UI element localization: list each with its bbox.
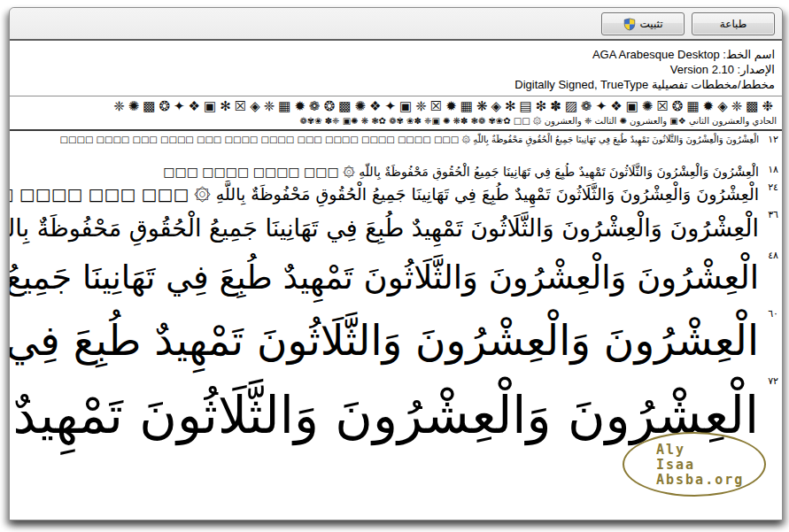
font-version-line: الإصدار: Version 2.10 (17, 62, 775, 77)
size-label-60: ٦٠ (768, 308, 778, 320)
glyph-strip-line1: ❉▩❈◈✹▦❂☒✺▣❖✦❁▨✽❇▤✻◈❋▦✹☒❈▣✦❖✺▩❂❁✹▦❈◈☒✻▣❖✦… (15, 97, 777, 115)
font-preview-pane: اسم الخط: AGA Arabesque Desktop الإصدار:… (10, 42, 782, 520)
toolbar: طباعة تثبيت (10, 8, 782, 41)
watermark-line2: Isaa (656, 458, 764, 473)
sample-row-12: ١٢ الْعِشْرُونَ وَالْعِشْرُونَ وَالثَّلَ… (10, 133, 782, 163)
sample-text-24: الْعِشْرُونَ وَالْعِشْرُونَ وَالثَّلَاثُ… (216, 184, 759, 204)
font-name-line: اسم الخط: AGA Arabesque Desktop (17, 47, 775, 62)
size-label-72: ٧٢ (768, 375, 778, 387)
sample-text-12: الْعِشْرُونَ وَالْعِشْرُونَ وَالثَّلَاثُ… (473, 135, 759, 144)
sample-row-36: ٣٦ الْعِشْرُونَ وَالْعِشْرُونَ وَالثَّلَ… (10, 208, 782, 249)
print-button-label: طباعة (720, 18, 746, 30)
watermark-stamp: Aly Isaa Absba.org (623, 432, 766, 497)
install-button[interactable]: تثبيت (601, 12, 685, 35)
watermark-line1: Aly (656, 443, 764, 458)
font-metadata: اسم الخط: AGA Arabesque Desktop الإصدار:… (10, 42, 782, 96)
size-label-48: ٤٨ (768, 250, 778, 261)
glyph-sample-strip: ❉▩❈◈✹▦❂☒✺▣❖✦❁▨✽❇▤✻◈❋▦✹☒❈▣✦❖✺▩❂❁✹▦❈◈☒✻▣❖✦… (10, 96, 782, 131)
uac-shield-icon (623, 18, 636, 31)
watermark-line3: Absba.org (656, 473, 764, 488)
sample-text-18: الْعِشْرُونَ وَالْعِشْرُونَ وَالثَّلَاثُ… (359, 165, 759, 179)
notdef-boxes-24: ۞ □□□ □□□ □□□□ □□□□ (10, 184, 211, 204)
sample-row-60: ٦٠ الْعِشْرُونَ وَالْعِشْرُونَ وَالثَّلَ… (10, 307, 782, 374)
sample-text-60: الْعِشْرُونَ وَالْعِشْرُونَ وَالثَّلَاثُ… (10, 316, 759, 365)
glyph-strip-line2: الحادي والعشرون الثاني ❖▣ والعشرون ✺ الث… (15, 115, 777, 127)
size-label-36: ٣٦ (768, 209, 778, 220)
notdef-boxes-12: ۞ □□□ □□□□ □□□□ □□□□ □□□ □□□□ □□□□ □□□ □… (60, 135, 471, 144)
install-button-label: تثبيت (640, 18, 663, 30)
sample-row-18: ١٨ الْعِشْرُونَ وَالْعِشْرُونَ وَالثَّلَ… (10, 163, 782, 181)
notdef-boxes-18: ۞ □□□ □□□□ □□□□ □□□ (163, 165, 355, 179)
font-viewer-window: طباعة تثبيت اسم الخط: AGA Arabesq (9, 7, 783, 520)
sample-text-72: الْعِشْرُونَ وَالْعِشْرُونَ وَالثَّلَاثُ… (10, 385, 759, 445)
font-type-line: مخطط/مخططات تفصيلية Digitally Signed, Tr… (17, 77, 775, 92)
sample-text-36: الْعِشْرُونَ وَالْعِشْرُونَ وَالثَّلَاثُ… (10, 214, 759, 242)
sample-row-24: ٢٤ الْعِشْرُونَ وَالْعِشْرُونَ وَالثَّلَ… (10, 181, 782, 208)
size-label-18: ١٨ (768, 164, 778, 175)
sample-row-48: ٤٨ الْعِشْرُونَ وَالْعِشْرُونَ وَالثَّلَ… (10, 249, 782, 307)
size-label-12: ١٢ (768, 134, 778, 145)
sample-text-48: الْعِشْرُونَ وَالْعِشْرُونَ وَالثَّلَاثُ… (10, 258, 759, 297)
toolbar-buttons: طباعة تثبيت (601, 12, 775, 35)
size-label-24: ٢٤ (768, 181, 778, 193)
print-button[interactable]: طباعة (692, 12, 775, 35)
size-sample-rows: ١٢ الْعِشْرُونَ وَالْعِشْرُونَ وَالثَّلَ… (10, 131, 782, 456)
